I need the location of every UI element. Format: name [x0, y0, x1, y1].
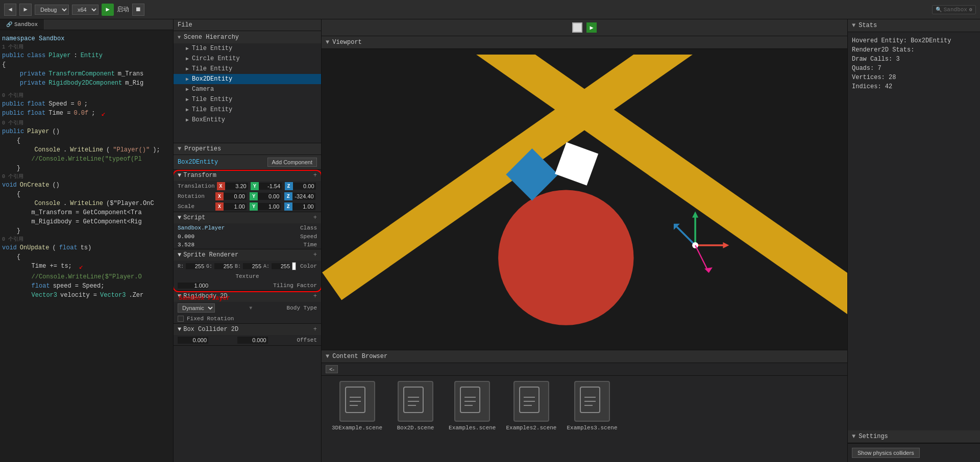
hierarchy-item-tile-entity-3[interactable]: ▶ Tile Entity	[174, 94, 321, 105]
svg-line-9	[677, 227, 695, 245]
offset-x-input[interactable]	[178, 337, 208, 344]
code-line: Vector3 velocity = Vector3 .Zer	[2, 291, 171, 300]
hierarchy-item-tile-entity-4[interactable]: ▶ Tile Entity	[174, 105, 321, 115]
rotation-z-input[interactable]	[292, 193, 315, 200]
translation-x-input[interactable]	[225, 183, 248, 190]
hierarchy-item-circle-entity[interactable]: ▶ Circle Entity	[174, 54, 321, 64]
translation-z-input[interactable]	[293, 183, 316, 190]
viewport-header: ▼ Viewport	[322, 36, 847, 49]
r-input[interactable]	[186, 263, 204, 269]
box-collider2d-header[interactable]: ▼ Box Collider 2D +	[174, 324, 321, 335]
scale-y-field: Y	[250, 202, 282, 211]
code-line: namespace Sandbox	[2, 34, 171, 43]
scale-x-label: X	[215, 202, 224, 211]
hierarchy-item-tile-entity-1[interactable]: ▶ Tile Entity	[174, 43, 321, 54]
rotation-xyz: X Y Z	[215, 192, 317, 200]
stop-square[interactable]	[572, 22, 582, 33]
platform-select[interactable]: x64	[72, 5, 99, 15]
sandbox-tab[interactable]: 🔗 Sandbox	[0, 19, 44, 30]
rb-arrow: ▼	[178, 293, 181, 300]
sprite-plus[interactable]: +	[313, 251, 317, 259]
translation-xyz: X Y Z	[217, 182, 317, 190]
cb-icon-box2d	[398, 381, 433, 422]
script-plus[interactable]: +	[313, 214, 317, 221]
svg-rect-22	[460, 387, 480, 413]
svg-rect-14	[346, 387, 365, 413]
tiling-label: Tiling Factor	[273, 283, 317, 289]
transform-plus[interactable]: +	[313, 172, 317, 179]
back-btn[interactable]: ◀	[4, 4, 16, 16]
offset-y-input[interactable]	[237, 337, 268, 344]
x-label: X	[217, 182, 225, 190]
settings-title: Settings	[859, 433, 888, 440]
rotation-y-input[interactable]	[258, 193, 281, 200]
code-line: void OnUpdate ( float ts)	[2, 243, 171, 252]
show-colliders-button[interactable]: Show physics colliders	[852, 448, 920, 458]
hierarchy-item-tile-entity-2[interactable]: ▶ Tile Entity	[174, 64, 321, 74]
code-line: private Rigidbody2DComponent m_Rig	[2, 79, 171, 88]
renderer-label-row: Renderer2D Stats:	[852, 45, 976, 55]
add-component-button[interactable]: Add Component	[267, 158, 317, 167]
scale-y-input[interactable]	[258, 203, 281, 210]
code-line: {	[2, 252, 171, 262]
b-input[interactable]	[243, 263, 261, 269]
code-line: m_Rigidbody = GetComponent<Rig	[2, 217, 171, 226]
cb-item-3dexample[interactable]: 3DExample.scene	[332, 381, 382, 431]
cb-label-examples: Examples.scene	[449, 425, 496, 431]
scale-x-field: X	[215, 202, 248, 211]
bc-plus[interactable]: +	[313, 326, 317, 333]
cb-icon-examples	[454, 381, 490, 422]
translation-y-input[interactable]	[259, 183, 282, 190]
fixed-rotation-checkbox[interactable]	[178, 316, 184, 322]
scene-hierarchy-header[interactable]: ▼ Scene Hierarchy	[174, 31, 321, 43]
rigidbody2d-header[interactable]: ▼ Rigidbody 2D +	[174, 291, 321, 302]
tiling-input[interactable]	[178, 283, 208, 289]
cb-item-examples2[interactable]: Examples2.scene	[506, 381, 556, 431]
transform-arrow: ▼	[178, 172, 181, 179]
sprite-renderer-header[interactable]: ▼ Sprite Renderer +	[174, 249, 321, 261]
script-header[interactable]: ▼ Script +	[174, 212, 321, 223]
rot-y-label: Y	[250, 192, 258, 200]
cb-back-button[interactable]: <-	[326, 365, 338, 373]
cb-item-box2d[interactable]: Box2D.scene	[393, 381, 438, 431]
transform-header[interactable]: ▼ Transform +	[174, 170, 321, 181]
scale-z-input[interactable]	[292, 203, 315, 210]
scale-x-input[interactable]	[224, 203, 247, 210]
stop-btn[interactable]: ⏹	[132, 4, 144, 16]
forward-btn[interactable]: ▶	[19, 4, 32, 16]
cb-item-examples[interactable]: Examples.scene	[449, 381, 496, 431]
cb-item-examples3[interactable]: Examples3.scene	[567, 381, 617, 431]
scale-label: Scale	[178, 203, 213, 210]
texture-row: Texture	[174, 272, 321, 281]
debug-select[interactable]: Debug	[35, 5, 69, 15]
code-line: {	[2, 136, 171, 145]
a-input[interactable]	[272, 263, 290, 269]
script-speed-row: 0.000 Speed	[174, 233, 321, 241]
search-box[interactable]: Sandbox	[944, 7, 967, 13]
rb-plus[interactable]: +	[313, 293, 317, 300]
body-type-label: Body Type	[287, 305, 317, 311]
rb-title: Rigidbody 2D	[183, 293, 227, 300]
play-green-btn[interactable]: ▶	[586, 22, 597, 33]
main-area: 🔗 Sandbox namespace Sandbox 1 个引用 public…	[0, 19, 980, 462]
svg-rect-4	[555, 142, 598, 186]
code-line: public class Player : Entity	[2, 51, 171, 60]
script-arrow: ▼	[178, 214, 181, 221]
rotation-x-input[interactable]	[224, 193, 247, 200]
play-button[interactable]: ▶	[102, 4, 114, 16]
svg-rect-30	[580, 387, 600, 413]
hierarchy-item-box2d-entity[interactable]: ▶ Box2DEntity	[174, 74, 321, 84]
body-type-row: Dynamic ▼ Body Type	[174, 302, 321, 314]
hierarchy-item-camera[interactable]: ▶ Camera	[174, 84, 321, 94]
rotation-y-field: Y	[250, 192, 282, 200]
transform-title: Transform	[183, 172, 216, 179]
body-type-select[interactable]: Dynamic	[178, 303, 215, 313]
code-line: 0 个引用	[2, 92, 171, 99]
color-preview[interactable]	[292, 262, 296, 270]
g-input[interactable]	[214, 263, 233, 269]
file-menu[interactable]: File	[174, 19, 321, 31]
sprite-title: Sprite Renderer	[183, 251, 238, 259]
code-line: m_Transform = GetComponent<Tra	[2, 208, 171, 217]
hierarchy-item-box-entity[interactable]: ▶ BoxEntity	[174, 115, 321, 125]
draw-calls-row: Draw Calls: 3	[852, 55, 976, 64]
